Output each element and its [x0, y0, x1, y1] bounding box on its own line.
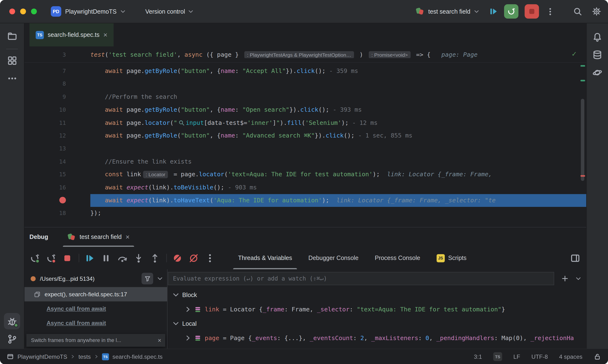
breakpoint-gutter[interactable]	[24, 194, 90, 207]
debug-tab-debugger-console[interactable]: Debugger Console	[300, 247, 366, 269]
run-configuration-selector[interactable]: test search field	[416, 7, 479, 16]
stripe-mark-passed[interactable]	[581, 80, 585, 81]
breakpoint-icon[interactable]	[59, 197, 66, 204]
more-vertical-icon[interactable]	[205, 253, 215, 263]
caret-position[interactable]: 3:1	[474, 353, 482, 360]
line-number[interactable]: 10	[24, 104, 90, 117]
evaluate-expression-input[interactable]: Evaluate expression (↵) or add a watch (…	[168, 272, 554, 285]
stack-frame-row[interactable]: Async call from await	[24, 316, 167, 330]
line-number[interactable]: 9	[24, 91, 90, 104]
chevron-down-icon[interactable]	[576, 277, 581, 280]
stripe-mark-passed[interactable]	[581, 65, 585, 66]
database-icon[interactable]	[589, 46, 605, 63]
more-vertical-icon[interactable]	[546, 7, 555, 16]
project-folder-icon[interactable]	[4, 28, 20, 44]
notifications-icon[interactable]	[589, 29, 605, 45]
close-icon[interactable]: ×	[125, 234, 130, 241]
line-number[interactable]: 18	[24, 207, 90, 220]
rerun-failed-icon[interactable]	[46, 253, 56, 263]
chevron-down-icon[interactable]	[173, 321, 178, 326]
code-line[interactable]: await expect(link).toHaveText('Aqua: The…	[24, 194, 586, 207]
indent-style[interactable]: 4 spaces	[559, 353, 582, 360]
breadcrumb-item[interactable]: search-field.spec.ts	[112, 353, 162, 360]
rerun-debug-button[interactable]	[504, 4, 518, 19]
typescript-service-badge[interactable]: TS	[493, 352, 502, 361]
zoom-button[interactable]	[31, 9, 37, 14]
resume-button[interactable]	[489, 7, 498, 16]
close-icon[interactable]: ×	[158, 337, 161, 343]
filter-frames-button[interactable]	[141, 273, 153, 284]
editor-scrollbar[interactable]	[581, 99, 584, 181]
variable-row[interactable]: link = Locator {_frame: Frame, _selector…	[168, 302, 586, 317]
breadcrumb-item[interactable]: PlaywrightDemoTS	[17, 353, 67, 360]
code-line[interactable]: 7 await page.getByRole("button", {name: …	[24, 65, 586, 78]
chevron-down-icon[interactable]	[173, 292, 178, 298]
version-control-menu[interactable]: Version control	[145, 8, 193, 15]
resume-icon[interactable]	[85, 253, 95, 263]
close-icon[interactable]: ×	[103, 31, 108, 38]
minimize-button[interactable]	[20, 9, 26, 14]
variable-row[interactable]: page = Page {_events: {...}, _eventsCoun…	[168, 331, 586, 345]
lock-icon[interactable]	[594, 353, 601, 360]
structure-icon[interactable]	[4, 52, 20, 69]
stack-frame-row[interactable]: Async call from await	[24, 301, 167, 316]
more-tool-windows-icon[interactable]	[4, 70, 20, 86]
line-number[interactable]: 7	[24, 65, 90, 78]
line-number[interactable]: 14	[24, 155, 90, 168]
debug-tool-window-button[interactable]	[4, 313, 20, 329]
code-line[interactable]: 12 await page.getByRole("button", {name:…	[24, 129, 586, 142]
stack-frame-row[interactable]: expect(), search-field.spec.ts:17	[24, 287, 167, 301]
chevron-right-icon[interactable]	[185, 335, 191, 341]
search-icon[interactable]	[573, 7, 582, 16]
line-separator[interactable]: LF	[513, 353, 520, 360]
thread-selector[interactable]: /Users/Eg...pid 5134)	[24, 270, 167, 287]
code-line[interactable]: 10 await page.getByRole("button", {name:…	[24, 104, 586, 117]
settings-icon[interactable]	[592, 7, 601, 16]
project-window-icon[interactable]	[7, 353, 14, 360]
layout-settings-icon[interactable]	[570, 253, 580, 263]
mute-breakpoints-icon[interactable]	[173, 253, 182, 263]
rerun-icon[interactable]	[30, 253, 40, 263]
file-encoding[interactable]: UTF-8	[531, 353, 548, 360]
code-editor[interactable]: 3 test('test search field', async ({ pag…	[24, 46, 586, 227]
breakpoints-off-icon[interactable]	[189, 253, 198, 263]
editor-tab[interactable]: TS search-field.spec.ts ×	[29, 23, 114, 46]
sticky-line[interactable]: 3 test('test search field', async ({ pag…	[24, 46, 586, 63]
project-selector[interactable]: PD PlaywrightDemoTS	[51, 6, 125, 17]
line-number[interactable]: 3	[24, 52, 90, 58]
code-line[interactable]: 9 //Perform the search	[24, 91, 586, 104]
inspections-widget[interactable]: ✓	[571, 50, 577, 58]
stop-button[interactable]	[525, 4, 539, 19]
line-number[interactable]: 13	[24, 142, 90, 155]
code-line[interactable]: 11 await page.locator("input[data-test$=…	[24, 117, 586, 129]
debug-tab-process-console[interactable]: Process Console	[367, 247, 429, 269]
stripe-mark-error[interactable]	[581, 175, 585, 177]
code-line[interactable]: 14 //Ensure the link exists	[24, 155, 586, 168]
add-watch-icon[interactable]	[561, 275, 569, 283]
git-branch-icon[interactable]	[4, 331, 20, 347]
line-number[interactable]: 12	[24, 129, 90, 142]
line-number[interactable]: 15	[24, 168, 90, 181]
scope-row[interactable]: Block	[168, 288, 586, 302]
chevron-right-icon[interactable]	[185, 306, 191, 312]
code-line[interactable]: 18});	[24, 207, 586, 220]
code-line[interactable]: 15 const link: Locator = page.locator('t…	[24, 168, 586, 181]
code-line[interactable]: 13	[24, 142, 586, 155]
close-button[interactable]	[9, 9, 15, 14]
pause-icon[interactable]	[101, 253, 111, 263]
code-line[interactable]: 8	[24, 78, 586, 91]
line-number[interactable]: 11	[24, 117, 90, 129]
debug-tab-scripts[interactable]: JSScripts	[429, 247, 475, 269]
debug-tab-threads-variables[interactable]: Threads & Variables	[230, 247, 300, 269]
chevron-down-icon[interactable]	[158, 277, 162, 280]
step-out-icon[interactable]	[150, 253, 160, 263]
line-number[interactable]: 8	[24, 78, 90, 91]
line-number[interactable]: 16	[24, 181, 90, 194]
debug-session-tab[interactable]: test search field ×	[63, 227, 134, 247]
web-icon[interactable]	[589, 64, 605, 81]
step-into-icon[interactable]	[134, 253, 143, 263]
step-over-icon[interactable]	[118, 253, 127, 263]
breadcrumb-item[interactable]: tests	[79, 353, 91, 360]
stop-icon[interactable]	[63, 253, 72, 263]
scope-row[interactable]: Local	[168, 316, 586, 331]
